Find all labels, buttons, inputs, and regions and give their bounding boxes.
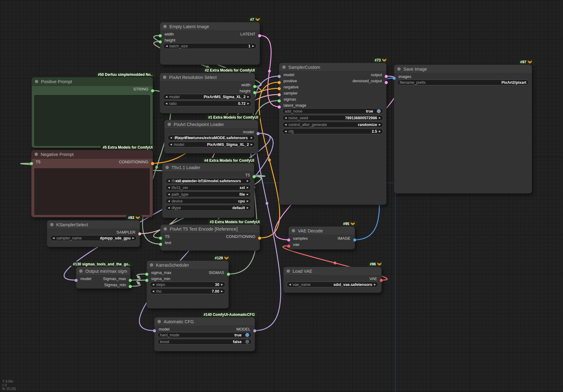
increment-arrow[interactable]: ▶ [132,237,134,239]
collapse-dot[interactable] [292,229,295,232]
input-dot-positive[interactable] [278,81,281,84]
output-dot-T5[interactable] [253,175,256,178]
decrement-arrow[interactable]: ◀ [168,193,170,196]
increment-arrow[interactable]: ▶ [379,130,381,133]
node-save-image[interactable]: Save Imageimagesfilename_prefixPixArt2/p… [394,65,532,194]
output-dot-LATENT[interactable] [258,34,261,37]
node-karras-scheduler[interactable]: KarrasSchedulersigma_maxSIGMASsigma_min◀… [146,261,229,309]
toggle-knob[interactable] [245,340,249,344]
output-dot-IMAGE[interactable] [353,239,356,242]
widget-rho[interactable]: ◀rho7.00▶ [150,288,225,294]
widget-ckpt_name[interactable]: ◀ckpt_namePixartFinetunes/extraMODE.safe… [168,135,255,141]
increment-arrow[interactable]: ▶ [247,96,249,98]
toggle-knob[interactable] [245,333,249,337]
output-dot-output[interactable] [385,75,388,78]
collapse-dot[interactable] [163,25,167,28]
increment-arrow[interactable]: ▶ [247,207,249,209]
node-pixart-resolution-select[interactable]: PixArt Resolution Selectwidthheight◀mode… [160,73,255,113]
increment-arrow[interactable]: ▶ [379,117,381,119]
output-dot-Sigmas_min[interactable] [129,285,132,288]
decrement-arrow[interactable]: ◀ [170,143,172,146]
output-dot-SAMPLER[interactable] [138,232,141,235]
input-dot-samples[interactable] [287,239,290,242]
collapse-dot[interactable] [168,123,171,126]
node-sampler-custom[interactable]: SamplerCustommodeloutputpositivedenoised… [279,63,387,205]
output-dot-MODEL[interactable] [253,329,256,332]
node-positive-prompt[interactable]: Positive PromptSTRING [31,77,153,148]
node-t5v11-loader[interactable]: T5v1.1 LoaderT5◀t5v11_pathxxl-encoder-bf… [162,163,254,218]
output-dot-CONDITIONING[interactable] [151,162,154,165]
widget-ratio[interactable]: ◀ratio0.72▶ [163,101,252,106]
input-dot-T5[interactable] [159,237,162,240]
decrement-arrow[interactable]: ◀ [168,187,170,189]
widget-noise_seed[interactable]: ◀noise_seed789136800572986▶ [282,115,383,121]
widget-cfg[interactable]: ◀cfg2.5▶ [282,128,383,134]
increment-arrow[interactable]: ▶ [374,283,376,286]
decrement-arrow[interactable]: ◀ [152,290,154,293]
prompt-textarea[interactable] [34,168,150,215]
node-output-minmax-sigmas[interactable]: Output min/max sigmasmodelSigmas_maxSigm… [76,267,131,289]
decrement-arrow[interactable]: ◀ [170,137,172,139]
increment-arrow[interactable]: ▶ [379,124,381,126]
node-automatic-cfg[interactable]: Automatic CFGmodelMODELhard_modetrueboos… [154,317,255,351]
increment-arrow[interactable]: ▶ [247,187,249,189]
input-dot-images[interactable] [393,77,396,80]
collapse-dot[interactable] [35,153,38,156]
increment-arrow[interactable]: ▶ [221,290,223,293]
decrement-arrow[interactable]: ◀ [152,283,154,286]
input-dot-sampler[interactable] [278,93,281,96]
increment-arrow[interactable]: ▶ [251,137,253,139]
collapse-dot[interactable] [163,76,166,79]
collapse-dot[interactable] [157,320,161,323]
output-dot-denoised_output[interactable] [385,81,388,84]
node-empty-latent-image[interactable]: Empty Latent ImagewidthLATENTheight◀batc… [160,22,260,65]
widget-model[interactable]: ◀modelPixArtMS_Sigma_XL_2▶ [163,94,252,100]
collapse-dot[interactable] [287,269,290,273]
input-dot-model[interactable] [278,75,281,78]
decrement-arrow[interactable]: ◀ [285,117,287,119]
collapse-dot[interactable] [150,263,153,267]
decrement-arrow[interactable]: ◀ [285,130,287,133]
node-vae-decode[interactable]: VAE DecodesamplesIMAGEvae [288,226,355,250]
output-dot-Sigmas_max[interactable] [129,279,132,282]
output-dot-CONDITIONING[interactable] [258,237,261,240]
increment-arrow[interactable]: ▶ [247,102,249,105]
collapse-dot[interactable] [165,166,169,169]
widget-steps[interactable]: ◀steps30▶ [150,282,225,287]
widget-device[interactable]: ◀devicecpu▶ [165,198,251,204]
input-dot-text[interactable] [159,243,162,246]
decrement-arrow[interactable]: ◀ [166,45,168,47]
widget-boost[interactable]: boostfalse [157,339,252,345]
input-dot-sigma_min[interactable] [145,279,148,282]
widget-filename_prefix[interactable]: filename_prefixPixArt2/pixart [397,80,529,85]
increment-arrow[interactable]: ▶ [247,180,249,182]
node-pixart-checkpoint-loader[interactable]: PixArt Checkpoint Loadermodel◀ckpt_nameP… [164,120,258,153]
decrement-arrow[interactable]: ◀ [165,96,167,98]
widget-model[interactable]: ◀modelPixArtMS_Sigma_XL_2▶ [168,142,255,147]
decrement-arrow[interactable]: ◀ [168,200,170,202]
decrement-arrow[interactable]: ◀ [285,124,287,126]
output-dot-STRING[interactable] [151,89,154,92]
output-dot-model[interactable] [257,132,260,135]
toggle-knob[interactable] [377,109,381,113]
decrement-arrow[interactable]: ◀ [168,180,170,182]
collapse-dot[interactable] [79,269,83,273]
collapse-dot[interactable] [164,227,167,231]
output-dot-VAE[interactable] [380,279,383,282]
output-dot-SIGMAS[interactable] [227,273,230,276]
widget-batch_size[interactable]: ◀batch_size1▶ [163,43,257,49]
input-dot-latent_image[interactable] [278,105,281,109]
decrement-arrow[interactable]: ◀ [168,207,170,209]
input-dot-width[interactable] [159,34,162,37]
collapse-dot[interactable] [35,80,38,83]
input-dot-vae[interactable] [287,245,290,248]
increment-arrow[interactable]: ▶ [247,193,249,196]
node-ksampler-select[interactable]: KSamplerSelectSAMPLER◀sampler_namedpmpp_… [47,220,140,247]
output-dot-width[interactable] [253,85,256,88]
node-pixart-t5-text-encode[interactable]: PixArt T5 Text Encode [Reference]T5CONDI… [160,224,260,251]
decrement-arrow[interactable]: ◀ [289,283,291,286]
widget-control_after_generate[interactable]: ◀control_after_generaterandomize▶ [282,122,383,128]
widget-dtype[interactable]: ◀dtypedefault▶ [165,205,251,211]
widget-hard_mode[interactable]: hard_modetrue [157,332,252,338]
output-dot-height[interactable] [253,91,256,94]
